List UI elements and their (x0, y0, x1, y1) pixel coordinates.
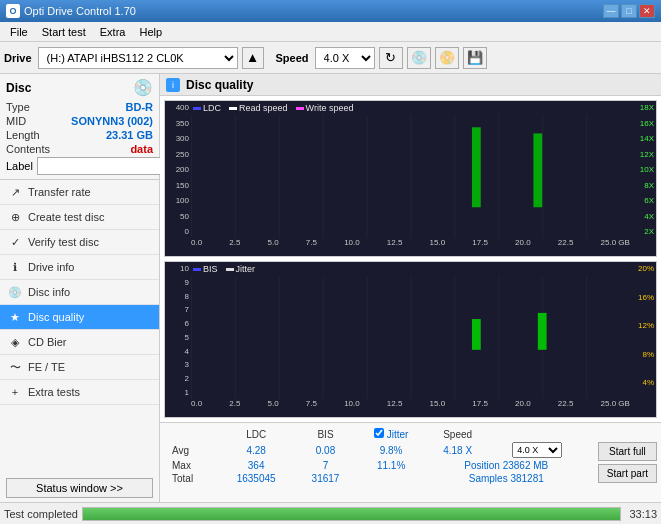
drive-select[interactable]: (H:) ATAPI iHBS112 2 CL0K (38, 47, 238, 69)
dq-title: Disc quality (186, 78, 253, 92)
bis-chart: BIS Jitter 10 9 8 7 6 5 4 3 (164, 261, 657, 418)
progress-bar (83, 508, 620, 520)
max-label: Max (168, 459, 217, 472)
stats-area: LDC BIS Jitter Speed Avg 4.28 (160, 422, 661, 502)
ldc-legend-ldc: LDC (193, 103, 221, 113)
close-button[interactable]: ✕ (639, 4, 655, 18)
progress-container (82, 507, 621, 521)
disc-mid-value: SONYNN3 (002) (71, 115, 153, 127)
disc-title: Disc (6, 81, 31, 95)
status-window-button[interactable]: Status window >> (6, 478, 153, 498)
dq-icon: i (166, 78, 180, 92)
disc-type-value: BD-R (126, 101, 154, 113)
minimize-button[interactable]: — (603, 4, 619, 18)
ldc-color-dot (193, 107, 201, 110)
sidebar-item-disc-info[interactable]: 💿 Disc info (0, 280, 159, 305)
stats-table: LDC BIS Jitter Speed Avg 4.28 (168, 427, 586, 485)
refresh-button[interactable]: ↻ (379, 47, 403, 69)
sidebar-item-verify-test-disc[interactable]: ✓ Verify test disc (0, 230, 159, 255)
samples-value: 381281 (510, 473, 543, 484)
disc-icon: 💿 (133, 78, 153, 97)
max-bis: 7 (296, 459, 356, 472)
sidebar-item-fe-te[interactable]: 〜 FE / TE (0, 355, 159, 380)
sidebar-item-extra-tests[interactable]: + Extra tests (0, 380, 159, 405)
stats-col-bis: BIS (296, 427, 356, 441)
sidebar: Disc 💿 Type BD-R MID SONYNN3 (002) Lengt… (0, 74, 160, 502)
sidebar-item-label: Extra tests (28, 386, 80, 398)
start-part-button[interactable]: Start part (598, 464, 657, 483)
sidebar-item-disc-quality[interactable]: ★ Disc quality (0, 305, 159, 330)
disc-header: Disc 💿 (6, 78, 153, 97)
sidebar-item-transfer-rate[interactable]: ↗ Transfer rate (0, 180, 159, 205)
svg-rect-4 (191, 276, 630, 399)
bis-color-dot (193, 268, 201, 271)
total-empty (356, 472, 427, 485)
disc-mid-row: MID SONYNN3 (002) (6, 115, 153, 127)
sidebar-item-label: Verify test disc (28, 236, 99, 248)
ldc-chart-svg (191, 115, 630, 238)
sidebar-item-drive-info[interactable]: ℹ Drive info (0, 255, 159, 280)
stats-max-row: Max 364 7 11.1% Position 23862 MB (168, 459, 586, 472)
maximize-button[interactable]: □ (621, 4, 637, 18)
title-bar: O Opti Drive Control 1.70 — □ ✕ (0, 0, 661, 22)
start-full-button[interactable]: Start full (598, 442, 657, 461)
ldc-x-axis: 0.0 2.5 5.0 7.5 10.0 12.5 15.0 17.5 20.0… (191, 238, 630, 256)
save-button[interactable]: 💾 (463, 47, 487, 69)
avg-bis: 0.08 (296, 441, 356, 459)
disc-contents-label: Contents (6, 143, 50, 155)
bis-x-axis: 0.0 2.5 5.0 7.5 10.0 12.5 15.0 17.5 20.0… (191, 399, 630, 417)
fe-te-icon: 〜 (8, 360, 22, 374)
status-text: Test completed (4, 508, 78, 520)
disc-label-row: Label ⚙ (6, 157, 153, 175)
menu-help[interactable]: Help (133, 24, 168, 40)
charts-area: LDC Read speed Write speed 400 350 30 (160, 96, 661, 422)
avg-jitter: 9.8% (356, 441, 427, 459)
menu-file[interactable]: File (4, 24, 34, 40)
sidebar-item-label: Transfer rate (28, 186, 91, 198)
svg-rect-2 (533, 133, 542, 207)
sidebar-item-label: Drive info (28, 261, 74, 273)
disc-label-input[interactable] (37, 157, 170, 175)
disc-contents-value: data (130, 143, 153, 155)
jitter-checkbox[interactable] (374, 428, 384, 438)
disc-length-value: 23.31 GB (106, 129, 153, 141)
total-ldc: 1635045 (217, 472, 296, 485)
menu-extra[interactable]: Extra (94, 24, 132, 40)
avg-ldc: 4.28 (217, 441, 296, 459)
toolbar: Drive (H:) ATAPI iHBS112 2 CL0K ▲ Speed … (0, 42, 661, 74)
drive-info-icon: ℹ (8, 260, 22, 274)
speed-select[interactable]: 4.0 X 2.0 X 8.0 X MAX (315, 47, 375, 69)
app-icon: O (6, 4, 20, 18)
stats-col-empty (168, 427, 217, 441)
sidebar-item-cd-bier[interactable]: ◈ CD Bier (0, 330, 159, 355)
disc-type-row: Type BD-R (6, 101, 153, 113)
verify-test-disc-icon: ✓ (8, 235, 22, 249)
ldc-legend-read: Read speed (229, 103, 288, 113)
disc-button[interactable]: 💿 (407, 47, 431, 69)
bis-legend: BIS Jitter (193, 264, 255, 274)
speed-select-cell[interactable]: 4.0 X (489, 441, 586, 459)
disc-length-label: Length (6, 129, 40, 141)
stats-speed-select[interactable]: 4.0 X (512, 442, 562, 458)
avg-speed: 4.18 X (427, 441, 489, 459)
bis-legend-jitter: Jitter (226, 264, 256, 274)
jitter-label: Jitter (387, 429, 409, 440)
read-color-dot (229, 107, 237, 110)
ldc-y-axis-left: 400 350 300 250 200 150 100 50 0 (165, 101, 191, 238)
disc-quality-icon: ★ (8, 310, 22, 324)
eject-button[interactable]: ▲ (242, 47, 264, 69)
sidebar-item-label: CD Bier (28, 336, 67, 348)
menu-start-test[interactable]: Start test (36, 24, 92, 40)
avg-label: Avg (168, 441, 217, 459)
stats-col-jitter-check: Jitter (356, 427, 427, 441)
disc2-button[interactable]: 📀 (435, 47, 459, 69)
sidebar-item-create-test-disc[interactable]: ⊕ Create test disc (0, 205, 159, 230)
ldc-y-axis-right: 18X 16X 14X 12X 10X 8X 6X 4X 2X (630, 101, 656, 238)
menu-bar: File Start test Extra Help (0, 22, 661, 42)
disc-label-key: Label (6, 160, 33, 172)
bis-y-axis-left: 10 9 8 7 6 5 4 3 2 1 (165, 262, 191, 399)
sidebar-item-label: Disc quality (28, 311, 84, 323)
disc-type-label: Type (6, 101, 30, 113)
disc-contents-row: Contents data (6, 143, 153, 155)
samples-label: Samples (469, 473, 508, 484)
